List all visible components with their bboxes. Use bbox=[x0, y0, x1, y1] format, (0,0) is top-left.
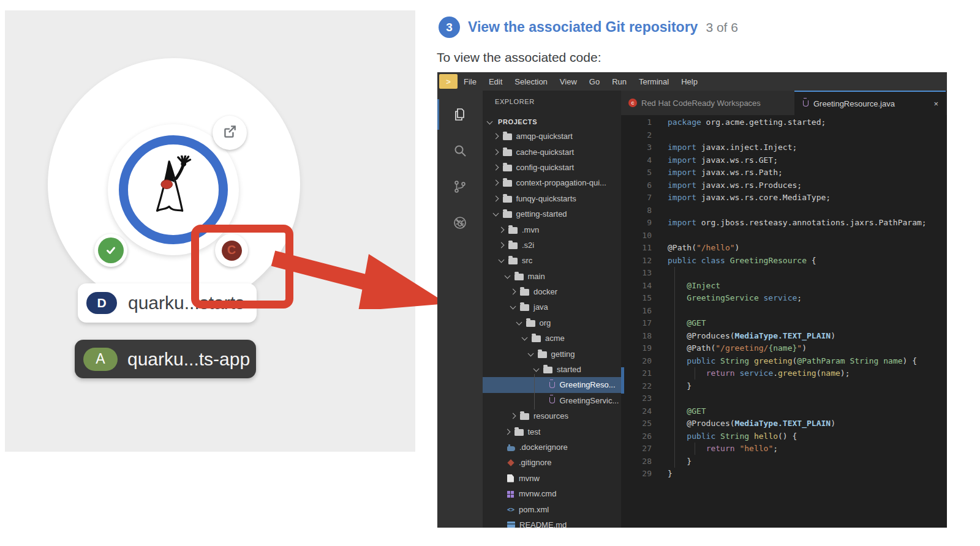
tree-item-docker[interactable]: docker bbox=[483, 284, 621, 299]
code-view[interactable]: 1package org.acme.getting.started;23impo… bbox=[621, 115, 947, 528]
folder-icon bbox=[508, 227, 518, 234]
code-line: 3import javax.inject.Inject; bbox=[621, 141, 947, 154]
chevron-right-icon[interactable] bbox=[510, 289, 516, 295]
chevron-down-icon[interactable] bbox=[504, 272, 510, 279]
tree-item-label: org bbox=[540, 318, 551, 327]
open-url-button[interactable] bbox=[213, 116, 247, 150]
folder-icon bbox=[503, 165, 512, 171]
line-number: 27 bbox=[621, 443, 659, 455]
tree-item-gitignore[interactable]: .gitignore bbox=[483, 455, 621, 470]
tree-item-label: README.md bbox=[519, 520, 567, 528]
application-label[interactable]: A quarku...ts-app bbox=[75, 340, 256, 378]
line-number: 24 bbox=[621, 405, 659, 418]
chevron-right-icon[interactable] bbox=[499, 242, 505, 248]
menu-selection[interactable]: Selection bbox=[508, 77, 553, 86]
chevron-right-icon[interactable] bbox=[510, 413, 516, 419]
chevron-down-icon[interactable] bbox=[516, 319, 522, 325]
code-line: 23 bbox=[621, 392, 947, 405]
menu-go[interactable]: Go bbox=[583, 77, 606, 86]
search-icon[interactable] bbox=[453, 143, 467, 160]
tree-item-readme-md[interactable]: README.md bbox=[483, 517, 621, 528]
tree-item-label: GreetingReso... bbox=[560, 380, 616, 389]
menu-view[interactable]: View bbox=[554, 77, 583, 86]
tree-item-acme[interactable]: acme bbox=[483, 331, 621, 346]
tree-item-mvn[interactable]: .mvn bbox=[483, 222, 621, 237]
line-number: 15 bbox=[621, 292, 659, 305]
menu-edit[interactable]: Edit bbox=[483, 77, 508, 86]
folder-icon bbox=[514, 274, 524, 280]
line-number: 5 bbox=[621, 166, 659, 179]
tree-item-dockerignore[interactable]: .dockerignore bbox=[483, 439, 621, 455]
tree-item-config-quickstart[interactable]: config-quickstart bbox=[483, 160, 621, 175]
chevron-down-icon[interactable] bbox=[499, 257, 505, 263]
chevron-down-icon[interactable] bbox=[533, 366, 540, 372]
folder-icon bbox=[503, 180, 512, 187]
code-line: 28 } bbox=[621, 455, 947, 468]
tree-item-funqy-quickstarts[interactable]: funqy-quickstarts bbox=[483, 191, 621, 206]
folder-icon bbox=[503, 149, 512, 156]
code-line: 4import javax.ws.rs.GET; bbox=[621, 154, 947, 167]
tree-item-greetingservic[interactable]: GreetingServic... bbox=[483, 393, 621, 408]
menu-run[interactable]: Run bbox=[606, 77, 633, 86]
application-name: quarku...ts-app bbox=[127, 349, 250, 370]
tree-item-started[interactable]: started bbox=[483, 362, 621, 377]
chevron-right-icon[interactable] bbox=[492, 180, 499, 186]
tree-item-context-propagation-qui[interactable]: context-propagation-qui... bbox=[483, 175, 621, 190]
editor-tab-bar: cRed Hat CodeReady WorkspacesGreetingRes… bbox=[621, 91, 947, 115]
tree-item-mvnw-cmd[interactable]: mvnw.cmd bbox=[483, 486, 621, 501]
menu-help[interactable]: Help bbox=[675, 77, 704, 86]
tree-item-mvnw[interactable]: mvnw bbox=[483, 471, 621, 486]
chevron-right-icon[interactable] bbox=[492, 165, 499, 171]
code-line: 9import org.jboss.resteasy.annotations.j… bbox=[621, 217, 947, 230]
folder-icon bbox=[520, 413, 529, 420]
debug-icon[interactable] bbox=[453, 215, 467, 233]
tree-item-getting-started[interactable]: getting-started bbox=[483, 206, 621, 222]
folder-icon bbox=[508, 242, 518, 249]
chevron-right-icon[interactable] bbox=[504, 428, 510, 435]
code-line: 10 bbox=[621, 230, 947, 242]
chevron-right-icon[interactable] bbox=[499, 226, 505, 233]
menu-terminal[interactable]: Terminal bbox=[633, 77, 675, 86]
menu-file[interactable]: File bbox=[458, 77, 483, 86]
activity-bar bbox=[437, 91, 483, 528]
tree-item-org[interactable]: org bbox=[483, 315, 621, 331]
line-number: 6 bbox=[621, 179, 659, 192]
line-number: 25 bbox=[621, 417, 659, 430]
close-icon[interactable]: × bbox=[933, 99, 938, 108]
tree-item-src[interactable]: src bbox=[483, 253, 621, 268]
git-file-icon bbox=[507, 459, 514, 466]
code-line: 2 bbox=[621, 129, 947, 142]
tree-item-resources[interactable]: resources bbox=[483, 408, 621, 424]
tree-item-label: GreetingServic... bbox=[560, 396, 619, 405]
files-icon[interactable] bbox=[453, 107, 467, 124]
code-line: 21 return service.greeting(name); bbox=[621, 367, 947, 380]
source-control-icon[interactable] bbox=[453, 179, 467, 196]
tree-item-greetingreso[interactable]: GreetingReso... bbox=[483, 377, 621, 392]
chevron-down-icon[interactable] bbox=[510, 304, 516, 310]
explorer-panel: EXPLORER PROJECTS amqp-quickstartcache-q… bbox=[483, 91, 621, 528]
chevron-down-icon[interactable] bbox=[522, 335, 528, 341]
tab-greetingresource-java[interactable]: GreetingResource.java× bbox=[794, 91, 946, 115]
line-number: 20 bbox=[621, 355, 659, 368]
tree-item-java[interactable]: java bbox=[483, 299, 621, 315]
tree-item-amqp-quickstart[interactable]: amqp-quickstart bbox=[483, 129, 621, 144]
chevron-down-icon[interactable] bbox=[527, 350, 533, 356]
indent-guide bbox=[695, 367, 695, 380]
line-number: 13 bbox=[621, 267, 659, 280]
chevron-right-icon[interactable] bbox=[492, 195, 499, 201]
tree-item-main[interactable]: main bbox=[483, 269, 621, 284]
external-link-icon bbox=[222, 124, 238, 142]
tree-item-getting[interactable]: getting bbox=[483, 346, 621, 361]
workspace-menu-button[interactable]: > bbox=[439, 74, 458, 89]
projects-section-header[interactable]: PROJECTS bbox=[483, 115, 621, 129]
tree-item-s2i[interactable]: .s2i bbox=[483, 237, 621, 253]
tree-item-pom-xml[interactable]: <>pom.xml bbox=[483, 501, 621, 517]
java-file-icon bbox=[549, 382, 555, 388]
tree-item-test[interactable]: test bbox=[483, 424, 621, 439]
chevron-down-icon[interactable] bbox=[492, 211, 499, 217]
chevron-right-icon[interactable] bbox=[492, 149, 499, 155]
chevron-right-icon[interactable] bbox=[492, 133, 499, 140]
line-number: 12 bbox=[621, 255, 659, 267]
tree-item-cache-quickstart[interactable]: cache-quickstart bbox=[483, 144, 621, 159]
tab-red-hat-codeready-workspaces[interactable]: cRed Hat CodeReady Workspaces bbox=[621, 91, 794, 115]
